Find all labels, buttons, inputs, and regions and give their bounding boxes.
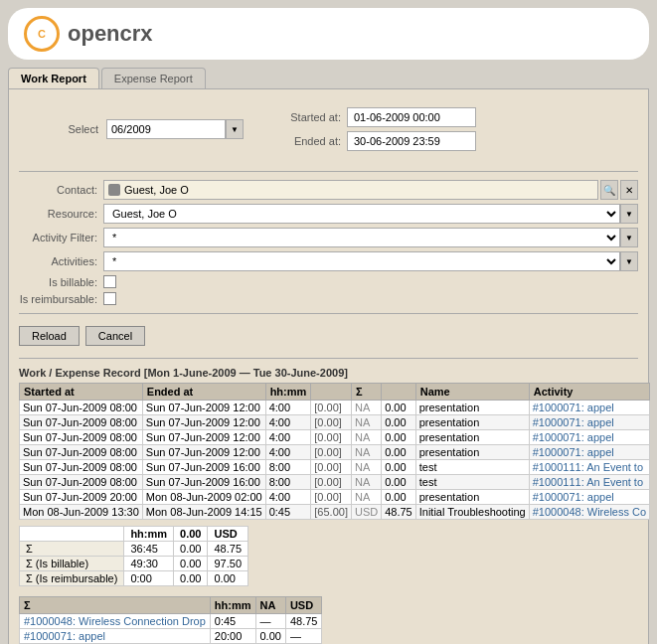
cell-activity: #1000048: Wireless Co [529, 505, 649, 520]
sum-hhmm: 36:45 [124, 542, 174, 557]
table-row: Mon 08-Jun-2009 13:30 Mon 08-Jun-2009 14… [20, 505, 650, 520]
tab-work-report[interactable]: Work Report [8, 68, 99, 88]
activity-filter-dropdown-btn[interactable]: ▼ [620, 228, 638, 247]
cell-ended: Sun 07-Jun-2009 12:00 [142, 430, 265, 445]
cell-activity: #1000111: An Event to [529, 475, 649, 490]
resource-row: Resource: Guest, Joe O ▼ [19, 204, 638, 224]
contact-input: Guest, Joe O [103, 180, 598, 200]
cell-ended: Sun 07-Jun-2009 12:00 [142, 401, 265, 415]
activity-filter-label: Activity Filter: [19, 232, 103, 243]
sum-v2: 0.00 [174, 557, 208, 571]
sum-label: Σ [20, 542, 124, 557]
cell-sum2: 0.00 [382, 415, 416, 430]
activities-label: Activities: [19, 255, 103, 267]
cell-started: Sun 07-Jun-2009 08:00 [20, 430, 143, 445]
activities-select[interactable]: * [103, 251, 620, 271]
started-at-value: 01-06-2009 00:00 [347, 107, 476, 127]
is-reimbursable-checkbox[interactable] [103, 292, 116, 305]
cell-activity: #1000071: appel [529, 415, 649, 430]
cell-name: Initial Troubleshooting [415, 505, 529, 520]
sum-col-hhmm: hh:mm [124, 527, 174, 542]
tab-expense-report[interactable]: Expense Report [101, 68, 206, 88]
resource-dropdown-btn[interactable]: ▼ [620, 204, 638, 224]
table-row: Sun 07-Jun-2009 08:00 Sun 07-Jun-2009 12… [20, 401, 650, 415]
activity-filter-select[interactable]: * [103, 228, 620, 247]
separator-2 [19, 313, 638, 314]
cell-bracket: [0.00] [311, 460, 352, 475]
cell-hhmm: 8:00 [265, 460, 311, 475]
cancel-button[interactable]: Cancel [85, 326, 145, 346]
is-billable-checkbox[interactable] [103, 275, 116, 288]
summary-table: hh:mm0.00USD Σ 36:45 0.00 48.75 Σ (Is bi… [19, 526, 248, 586]
bottom-col-usd: USD [285, 597, 322, 614]
cell-hhmm: 8:00 [265, 475, 311, 490]
started-at-label: Started at: [271, 111, 341, 123]
sum-hhmm: 49:30 [124, 557, 174, 571]
records-tbody: Sun 07-Jun-2009 08:00 Sun 07-Jun-2009 12… [20, 401, 650, 520]
cell-sigma: NA [351, 415, 381, 430]
cell-bracket: [0.00] [311, 401, 352, 415]
header-bar: C opencrx [8, 8, 649, 60]
table-row: Sun 07-Jun-2009 08:00 Sun 07-Jun-2009 16… [20, 475, 650, 490]
cell-hhmm: 4:00 [265, 415, 311, 430]
cell-name: presentation [415, 490, 529, 505]
cell-name: test [415, 475, 529, 490]
reload-button[interactable]: Reload [19, 326, 80, 346]
contact-search-btn[interactable]: 🔍 [600, 180, 618, 200]
cell-activity: #1000071: appel [529, 430, 649, 445]
cell-started: Sun 07-Jun-2009 20:00 [20, 490, 143, 505]
sum-label: Σ (Is reimbursable) [20, 571, 124, 586]
started-at-row: Started at: 01-06-2009 00:00 [271, 107, 476, 127]
separator-1 [19, 171, 638, 172]
cell-name: test [415, 460, 529, 475]
bot-hhmm: 0:45 [210, 614, 255, 629]
cell-sum2: 0.00 [382, 460, 416, 475]
bot-usd: — [285, 629, 322, 644]
cell-started: Mon 08-Jun-2009 13:30 [20, 505, 143, 520]
logo-icon: C [24, 16, 60, 52]
select-dropdown-btn[interactable]: ▼ [226, 119, 244, 139]
cell-name: presentation [415, 415, 529, 430]
cell-sum2: 0.00 [382, 401, 416, 415]
col-hhmm: hh:mm [265, 384, 311, 401]
bot-name: #1000071: appel [20, 629, 211, 644]
activities-dropdown-btn[interactable]: ▼ [620, 251, 638, 271]
resource-select[interactable]: Guest, Joe O [103, 204, 620, 224]
bottom-row: #1000048: Wireless Connection Drop 0:45 … [20, 614, 322, 629]
table-row: Sun 07-Jun-2009 08:00 Sun 07-Jun-2009 12… [20, 430, 650, 445]
select-label: Select [19, 123, 98, 135]
cell-sum2: 0.00 [382, 430, 416, 445]
cell-bracket: [0.00] [311, 475, 352, 490]
cell-sum2: 0.00 [382, 475, 416, 490]
summary-tbody: hh:mm0.00USD Σ 36:45 0.00 48.75 Σ (Is bi… [20, 527, 248, 586]
tabs-bar: Work Report Expense Report [8, 68, 649, 88]
cell-activity: #1000071: appel [529, 490, 649, 505]
table-row: Sun 07-Jun-2009 08:00 Sun 07-Jun-2009 12… [20, 415, 650, 430]
sum-col-empty [20, 527, 124, 542]
table-row: Sun 07-Jun-2009 20:00 Mon 08-Jun-2009 02… [20, 490, 650, 505]
is-reimbursable-row: Is reimbursable: [19, 292, 638, 305]
activity-filter-row: Activity Filter: * ▼ [19, 228, 638, 247]
cell-bracket: [65.00] [311, 505, 352, 520]
date-block: Started at: 01-06-2009 00:00 Ended at: 3… [271, 107, 476, 151]
sum-col-usd: USD [208, 527, 248, 542]
ended-at-row: Ended at: 30-06-2009 23:59 [271, 131, 476, 151]
cell-hhmm: 4:00 [265, 401, 311, 415]
cell-activity: #1000071: appel [529, 445, 649, 460]
contact-clear-btn[interactable]: ✕ [620, 180, 638, 200]
sum-label: Σ (Is billable) [20, 557, 124, 571]
bottom-table: Σ hh:mm NA USD #1000048: Wireless Connec… [19, 596, 322, 644]
sum-v3: 0.00 [208, 571, 248, 586]
cell-bracket: [0.00] [311, 490, 352, 505]
bottom-col-na: NA [255, 597, 285, 614]
bot-usd: 48.75 [285, 614, 322, 629]
cell-started: Sun 07-Jun-2009 08:00 [20, 445, 143, 460]
col-name: Name [415, 384, 529, 401]
cell-sigma: NA [351, 401, 381, 415]
select-wrapper: ▼ [106, 119, 244, 139]
sum-v3: 48.75 [208, 542, 248, 557]
select-input[interactable] [106, 119, 226, 139]
cell-ended: Sun 07-Jun-2009 12:00 [142, 415, 265, 430]
table-row: Sun 07-Jun-2009 08:00 Sun 07-Jun-2009 12… [20, 445, 650, 460]
cell-ended: Sun 07-Jun-2009 12:00 [142, 445, 265, 460]
